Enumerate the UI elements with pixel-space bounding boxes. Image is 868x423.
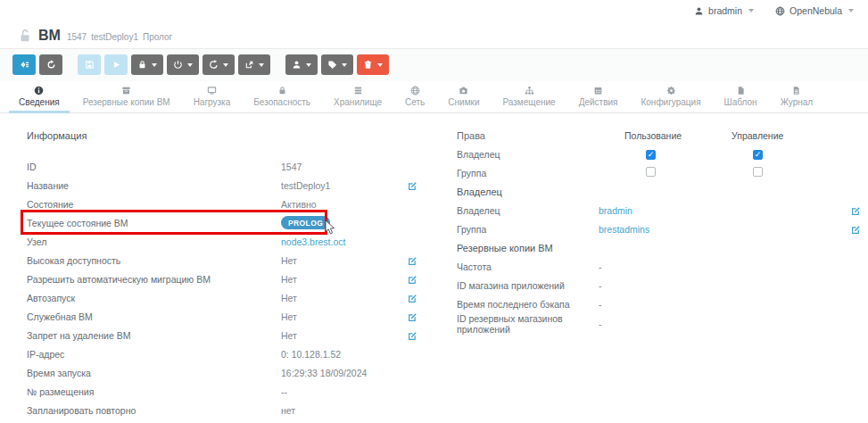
user-menu[interactable]: bradmin xyxy=(694,5,754,16)
info-row: Время запуска16:29:33 18/09/2024 xyxy=(27,363,417,382)
owner-use-checkbox[interactable]: ✓ xyxy=(646,150,656,160)
power-actions-button[interactable] xyxy=(167,54,199,75)
tab-label: Сведения xyxy=(19,97,60,107)
globe-icon xyxy=(775,6,785,16)
label-actions-button[interactable] xyxy=(321,54,353,75)
play-icon xyxy=(112,60,121,70)
sync-icon xyxy=(209,60,219,70)
info-label: Узел xyxy=(27,236,281,247)
info-panel: Информация ID1547НазваниеtestDeploy1Сост… xyxy=(27,126,417,423)
info-value: testDeploy1 xyxy=(281,180,407,191)
export-actions-button[interactable] xyxy=(238,54,270,75)
tab-info[interactable]: Сведения xyxy=(7,84,71,112)
refresh-button[interactable] xyxy=(39,54,62,75)
vm-tabs: СведенияРезервные копии ВМНагрузкаБезопа… xyxy=(0,81,868,113)
gear-icon xyxy=(666,86,676,95)
tab-globe[interactable]: Сеть xyxy=(393,84,436,112)
owner-value: brestadmins xyxy=(599,224,850,235)
permission-label: Владелец xyxy=(457,149,624,160)
tab-gear[interactable]: Конфигурация xyxy=(629,84,712,112)
tab-monitor[interactable]: Нагрузка xyxy=(182,84,243,112)
tab-label: Резервные копии ВМ xyxy=(83,97,170,107)
info-label: IP-адрес xyxy=(27,349,281,360)
trash-icon xyxy=(363,60,373,70)
backup-row: ID магазина приложений- xyxy=(457,276,861,294)
tab-label: Безопасность xyxy=(253,97,310,107)
tab-sitemap[interactable]: Размещение xyxy=(491,84,566,112)
edit-icon[interactable] xyxy=(407,180,417,191)
permission-row: Владелец✓✓ xyxy=(457,145,861,163)
vm-details: Информация ID1547НазваниеtestDeploy1Сост… xyxy=(0,113,868,423)
tab-camera[interactable]: Снимки xyxy=(436,84,491,112)
info-row: АвтозапускНет xyxy=(27,288,417,307)
edit-icon[interactable] xyxy=(850,224,861,235)
archive-icon xyxy=(121,86,131,95)
owner-link[interactable]: brestadmins xyxy=(599,224,649,235)
user-icon xyxy=(292,60,302,70)
permission-label: Группа xyxy=(457,168,624,178)
caret-down-icon xyxy=(377,63,383,67)
backup-value: - xyxy=(599,299,861,310)
vm-title-meta: 1547 testDeploy1 Пролог xyxy=(67,29,172,42)
info-value: PROLOG xyxy=(281,216,417,229)
globe-icon xyxy=(410,86,420,95)
owner-label: Владелец xyxy=(457,205,599,216)
owner-manage-checkbox[interactable]: ✓ xyxy=(753,150,763,160)
tab-archive[interactable]: Резервные копии ВМ xyxy=(71,84,182,112)
edit-icon[interactable] xyxy=(407,330,417,341)
tab-calendar[interactable]: Действия xyxy=(567,84,630,112)
caret-down-icon xyxy=(342,63,347,67)
edit-icon[interactable] xyxy=(407,311,417,322)
owner-row: Группаbrestadmins xyxy=(457,220,861,238)
edit-icon[interactable] xyxy=(407,255,417,266)
info-row: СостояниеАктивно xyxy=(27,195,417,213)
lock-icon xyxy=(277,86,287,95)
export-icon xyxy=(244,60,254,70)
back-to-list-button[interactable] xyxy=(12,54,36,75)
vm-state-badge: PROLOG xyxy=(281,216,330,229)
owner-actions-button[interactable] xyxy=(285,54,318,75)
group-use-checkbox[interactable] xyxy=(646,167,656,177)
owner-value: bradmin xyxy=(599,205,850,216)
save-button[interactable] xyxy=(78,54,101,75)
info-row: IP-адрес0: 10.128.1.52 xyxy=(27,344,417,363)
power-icon xyxy=(173,60,183,70)
backup-value: - xyxy=(599,261,861,272)
info-value: Нет xyxy=(281,293,407,303)
host-link[interactable]: node3.brest.oct xyxy=(281,236,345,247)
edit-icon[interactable] xyxy=(407,274,417,285)
group-manage-checkbox[interactable] xyxy=(753,167,763,177)
lock-actions-button[interactable] xyxy=(131,54,163,75)
tab-lock[interactable]: Безопасность xyxy=(242,84,322,112)
caret-down-icon xyxy=(187,63,193,67)
info-row: № размещения-- xyxy=(27,382,417,401)
tab-journal[interactable]: Журнал xyxy=(769,84,825,112)
permissions-header: Права Пользование Управление xyxy=(457,126,861,145)
zone-menu[interactable]: OpenNebula xyxy=(775,5,854,16)
lock-icon xyxy=(137,60,147,70)
tab-storage[interactable]: Хранилище xyxy=(322,84,393,112)
info-value: Нет xyxy=(281,311,407,322)
info-row: ID1547 xyxy=(27,157,417,176)
backup-section-title: Резервные копии ВМ xyxy=(457,238,861,257)
edit-icon[interactable] xyxy=(850,205,861,216)
topbar: bradmin OpenNebula xyxy=(0,0,868,21)
backup-label: Время последнего бэкапа xyxy=(457,299,599,310)
caret-down-icon xyxy=(259,63,264,67)
info-label: Автозапуск xyxy=(27,293,281,303)
repeat-actions-button[interactable] xyxy=(203,54,235,75)
info-value: 16:29:33 18/09/2024 xyxy=(281,368,417,378)
info-row: Высокая доступностьНет xyxy=(27,251,417,270)
play-button[interactable] xyxy=(104,54,128,75)
edit-icon[interactable] xyxy=(407,293,417,303)
info-label: ID xyxy=(27,162,281,172)
sitemap-icon xyxy=(525,86,534,95)
save-icon xyxy=(85,60,95,70)
vm-id: 1547 xyxy=(67,32,87,42)
tab-label: Нагрузка xyxy=(194,97,231,107)
delete-actions-button[interactable] xyxy=(357,54,389,75)
info-row: Разрешить автоматическую миграцию ВМНет xyxy=(27,270,417,288)
owner-link[interactable]: bradmin xyxy=(599,205,632,216)
tab-file[interactable]: Шаблон xyxy=(713,84,769,112)
tab-label: Снимки xyxy=(448,97,479,107)
